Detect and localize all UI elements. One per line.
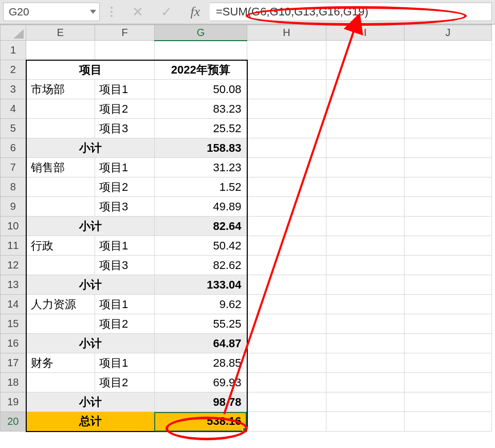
cell-dept[interactable] [26, 314, 95, 334]
header-budget[interactable]: 2022年预算 [155, 60, 247, 80]
cell-item[interactable]: 项目3 [95, 256, 155, 275]
cell[interactable] [405, 177, 492, 197]
cell[interactable] [247, 197, 326, 217]
cell-subtotal[interactable]: 小计 [26, 392, 155, 412]
cell[interactable] [326, 80, 405, 99]
row-header[interactable]: 9 [1, 197, 26, 217]
cell[interactable] [247, 295, 326, 314]
cell[interactable] [326, 392, 405, 412]
row-header[interactable]: 7 [1, 158, 26, 177]
row-header[interactable]: 11 [1, 236, 26, 256]
cell[interactable] [247, 119, 326, 138]
cell-subtotal[interactable]: 小计 [26, 217, 155, 236]
cell[interactable] [405, 353, 492, 373]
cell[interactable] [326, 138, 405, 158]
cell[interactable] [326, 197, 405, 217]
cell[interactable] [405, 138, 492, 158]
cell[interactable] [405, 158, 492, 177]
cell-val[interactable]: 31.23 [155, 158, 247, 177]
cell[interactable] [326, 217, 405, 236]
cell[interactable] [326, 41, 405, 60]
formula-input[interactable]: =SUM(G6,G10,G13,G16,G19) [210, 3, 492, 21]
cell-item[interactable]: 项目1 [95, 158, 155, 177]
cell-val[interactable]: 133.04 [155, 275, 247, 295]
cell[interactable] [326, 99, 405, 119]
cell[interactable] [247, 314, 326, 334]
cell[interactable] [247, 217, 326, 236]
cell-val[interactable]: 49.89 [155, 197, 247, 217]
cell[interactable] [326, 158, 405, 177]
chevron-down-icon[interactable] [90, 10, 96, 14]
cell-dept[interactable]: 市场部 [26, 80, 95, 99]
cell[interactable] [405, 119, 492, 138]
row-header[interactable]: 15 [1, 314, 26, 334]
cell-val[interactable]: 82.62 [155, 256, 247, 275]
cell-item[interactable]: 项目3 [95, 119, 155, 138]
cell[interactable] [26, 41, 95, 60]
cell-item[interactable]: 项目2 [95, 177, 155, 197]
cell-total-val[interactable]: 538.16 [155, 412, 247, 432]
cell-item[interactable]: 项目2 [95, 373, 155, 392]
row-header[interactable]: 17 [1, 353, 26, 373]
row-header[interactable]: 20 [1, 412, 26, 432]
cell[interactable] [326, 275, 405, 295]
cell[interactable] [326, 314, 405, 334]
cell-dept[interactable] [26, 197, 95, 217]
cell-subtotal[interactable]: 小计 [26, 138, 155, 158]
col-header-I[interactable]: I [326, 25, 405, 41]
cell-val[interactable]: 69.93 [155, 373, 247, 392]
cell-dept[interactable]: 人力资源 [26, 295, 95, 314]
col-header-E[interactable]: E [26, 25, 95, 41]
col-header-J[interactable]: J [405, 25, 492, 41]
cell[interactable] [405, 80, 492, 99]
cell[interactable] [247, 373, 326, 392]
cell[interactable] [155, 41, 247, 60]
col-header-F[interactable]: F [95, 25, 155, 41]
row-header[interactable]: 8 [1, 177, 26, 197]
cell[interactable] [326, 60, 405, 80]
cell-val[interactable]: 158.83 [155, 138, 247, 158]
cell[interactable] [247, 138, 326, 158]
cell[interactable] [247, 353, 326, 373]
cell[interactable] [247, 158, 326, 177]
insert-function-button[interactable]: fx [181, 4, 210, 20]
row-header[interactable]: 2 [1, 60, 26, 80]
cell[interactable] [405, 236, 492, 256]
row-header[interactable]: 13 [1, 275, 26, 295]
row-header[interactable]: 6 [1, 138, 26, 158]
cell-item[interactable]: 项目2 [95, 99, 155, 119]
cell[interactable] [326, 373, 405, 392]
cell-dept[interactable]: 财务 [26, 353, 95, 373]
cell-val[interactable]: 50.08 [155, 80, 247, 99]
cell-val[interactable]: 28.85 [155, 353, 247, 373]
cell[interactable] [326, 334, 405, 353]
name-box[interactable]: G20 [3, 3, 100, 21]
cell-dept[interactable] [26, 119, 95, 138]
cell[interactable] [326, 412, 405, 432]
cell-item[interactable]: 项目1 [95, 353, 155, 373]
cell[interactable] [247, 334, 326, 353]
spreadsheet[interactable]: E F G H I J 1 2 项目 2022年预算 3 市场部 项目1 50.… [0, 25, 495, 432]
cell[interactable] [247, 412, 326, 432]
cell[interactable] [405, 373, 492, 392]
cell[interactable] [405, 60, 492, 80]
row-header[interactable]: 4 [1, 99, 26, 119]
cell[interactable] [326, 236, 405, 256]
cell-item[interactable]: 项目1 [95, 80, 155, 99]
cell-val[interactable]: 83.23 [155, 99, 247, 119]
cell-item[interactable]: 项目3 [95, 197, 155, 217]
cell-dept[interactable]: 行政 [26, 236, 95, 256]
cell[interactable] [405, 295, 492, 314]
row-header[interactable]: 10 [1, 217, 26, 236]
cell[interactable] [95, 41, 155, 60]
cell[interactable] [247, 99, 326, 119]
row-header[interactable]: 16 [1, 334, 26, 353]
header-project[interactable]: 项目 [26, 60, 155, 80]
col-header-G[interactable]: G [155, 25, 247, 41]
grid[interactable]: E F G H I J 1 2 项目 2022年预算 3 市场部 项目1 50.… [0, 25, 492, 432]
cell[interactable] [405, 41, 492, 60]
row-header[interactable]: 12 [1, 256, 26, 275]
cell-val[interactable]: 1.52 [155, 177, 247, 197]
cell-val[interactable]: 98.78 [155, 392, 247, 412]
cell-item[interactable]: 项目1 [95, 295, 155, 314]
